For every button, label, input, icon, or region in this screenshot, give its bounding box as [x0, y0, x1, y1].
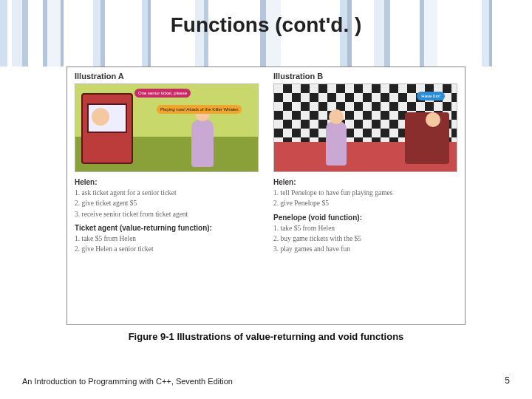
helen-heading-b: Helen: [273, 178, 457, 186]
illustration-b-panel: Illustration B Have fun! Helen: 1. tell … [266, 67, 465, 324]
step-text: 1. tell Penelope to have fun playing gam… [273, 188, 457, 198]
agent-steps-a: Ticket agent (value-returning function):… [75, 224, 259, 255]
penelope-icon [426, 112, 440, 127]
step-text: 3. play games and have fun [273, 244, 457, 254]
step-text: 2. buy game tickets with the $5 [273, 233, 457, 244]
illustration-a-panel: Illustration A One senior ticket, please… [67, 67, 266, 324]
page-number: 5 [505, 375, 510, 386]
step-text: 2. give ticket agent $5 [75, 198, 259, 208]
helen-steps-b: Helen: 1. tell Penelope to have fun play… [273, 178, 457, 209]
helen-icon [326, 121, 347, 166]
figure-9-1: Illustration A One senior ticket, please… [66, 66, 466, 325]
penelope-steps-b: Penelope (void function): 1. take $5 fro… [273, 214, 457, 255]
helen-steps-a: Helen: 1. ask ticket agent for a senior … [75, 178, 259, 219]
step-text: 1. ask ticket agent for a senior ticket [75, 188, 259, 198]
step-text: 1. take $5 from Helen [75, 233, 259, 244]
penelope-heading-b: Penelope (void function): [273, 214, 457, 222]
speech-bubble-request: One senior ticket, please [134, 89, 191, 98]
step-text: 3. receive senior ticket from ticket age… [75, 209, 259, 219]
illustration-a-title: Illustration A [75, 72, 259, 81]
agent-heading-a: Ticket agent (value-returning function): [75, 224, 259, 232]
figure-caption: Figure 9-1 Illustrations of value-return… [0, 331, 532, 342]
step-text: 1. take $5 from Helen [273, 223, 457, 233]
slide-title: Functions (cont'd. ) [0, 13, 532, 37]
speech-bubble-havefun: Have fun! [417, 92, 445, 100]
marquee-sign: Playing now! Attack of the Killer Whales [157, 105, 242, 114]
illustration-a-scene: One senior ticket, please Playing now! A… [75, 83, 259, 172]
step-text: 2. give Penelope $5 [273, 198, 457, 208]
illustration-b-title: Illustration B [273, 72, 457, 81]
ticket-agent-icon [92, 108, 109, 126]
helen-heading-a: Helen: [75, 178, 259, 186]
footer-book-title: An Introduction to Programming with C++,… [22, 377, 233, 386]
helen-icon [191, 120, 214, 167]
step-text: 2. give Helen a senior ticket [75, 244, 259, 254]
illustration-b-scene: Have fun! [273, 83, 457, 172]
